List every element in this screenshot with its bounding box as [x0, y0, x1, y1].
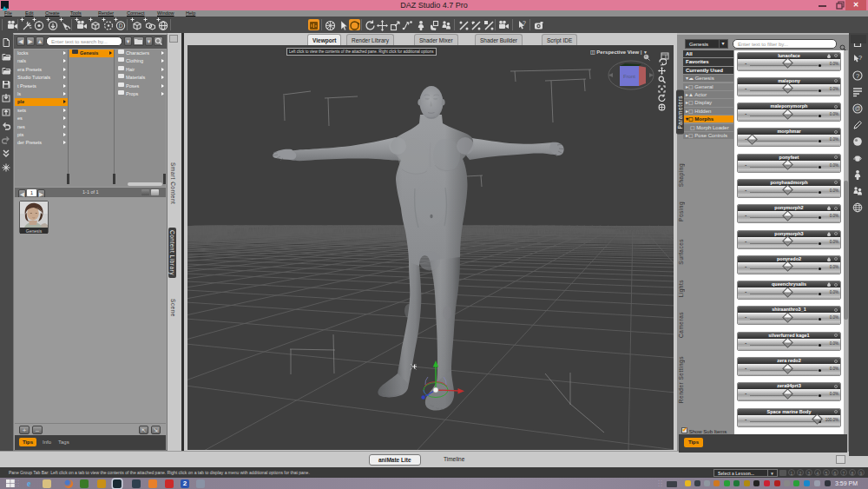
svg-text:?: ?: [523, 20, 526, 26]
svg-text:D: D: [119, 23, 123, 29]
svg-text:?: ?: [856, 72, 859, 80]
svg-text:?: ?: [858, 54, 862, 62]
svg-text:@: @: [854, 105, 860, 111]
svg-text:Front: Front: [623, 74, 635, 79]
